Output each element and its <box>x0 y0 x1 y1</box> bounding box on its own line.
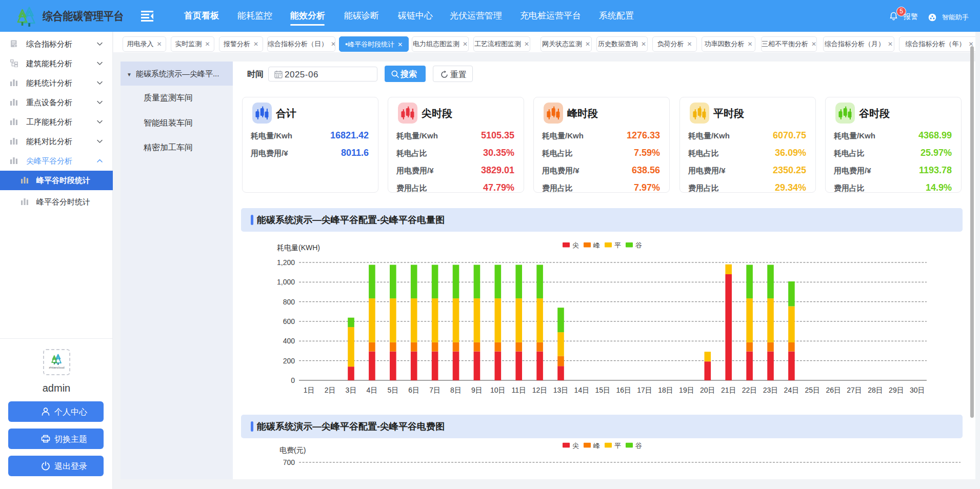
svg-text:谷: 谷 <box>635 442 642 450</box>
svg-text:24日: 24日 <box>784 386 799 394</box>
svg-text:4日: 4日 <box>367 386 378 394</box>
svg-text:11日: 11日 <box>511 386 526 394</box>
svg-text:200: 200 <box>283 357 295 365</box>
svg-text:尖: 尖 <box>572 241 579 249</box>
svg-text:28日: 28日 <box>868 386 883 394</box>
svg-text:19日: 19日 <box>679 386 694 394</box>
svg-text:平: 平 <box>614 442 621 450</box>
svg-text:2日: 2日 <box>325 386 336 394</box>
svg-text:27日: 27日 <box>847 386 862 394</box>
svg-text:峰: 峰 <box>593 241 600 249</box>
svg-text:5日: 5日 <box>387 386 398 394</box>
svg-text:15日: 15日 <box>595 386 611 394</box>
svg-text:600: 600 <box>283 317 295 325</box>
svg-text:0: 0 <box>291 376 295 384</box>
svg-text:峰: 峰 <box>593 442 600 450</box>
svg-text:700: 700 <box>283 458 295 466</box>
svg-text:平: 平 <box>614 241 621 249</box>
svg-text:10日: 10日 <box>490 386 506 394</box>
svg-text:12日: 12日 <box>532 386 548 394</box>
svg-text:谷: 谷 <box>635 241 642 249</box>
svg-text:13日: 13日 <box>553 386 569 394</box>
svg-text:23日: 23日 <box>763 386 778 394</box>
svg-text:7日: 7日 <box>429 386 441 394</box>
svg-text:电费(元): 电费(元) <box>279 446 306 454</box>
svg-text:1,000: 1,000 <box>277 278 295 286</box>
svg-text:1,200: 1,200 <box>277 258 295 267</box>
svg-text:26日: 26日 <box>826 386 841 394</box>
svg-text:尖: 尖 <box>572 442 579 450</box>
svg-text:800: 800 <box>283 298 295 306</box>
svg-text:1日: 1日 <box>304 386 315 394</box>
svg-text:25日: 25日 <box>805 386 821 394</box>
svg-text:18日: 18日 <box>658 386 673 394</box>
svg-text:22日: 22日 <box>742 386 757 394</box>
svg-text:14日: 14日 <box>574 386 590 394</box>
svg-text:30日: 30日 <box>910 386 925 394</box>
svg-text:20日: 20日 <box>700 386 715 394</box>
svg-text:6日: 6日 <box>408 386 419 394</box>
svg-text:16日: 16日 <box>616 386 631 394</box>
svg-text:29日: 29日 <box>889 386 904 394</box>
svg-text:17日: 17日 <box>637 386 652 394</box>
svg-text:3日: 3日 <box>346 386 357 394</box>
svg-text:8日: 8日 <box>450 386 462 394</box>
svg-text:耗电量(KWH): 耗电量(KWH) <box>277 243 320 252</box>
svg-text:9日: 9日 <box>471 386 483 394</box>
svg-text:21日: 21日 <box>721 386 736 394</box>
svg-text:400: 400 <box>283 337 295 345</box>
